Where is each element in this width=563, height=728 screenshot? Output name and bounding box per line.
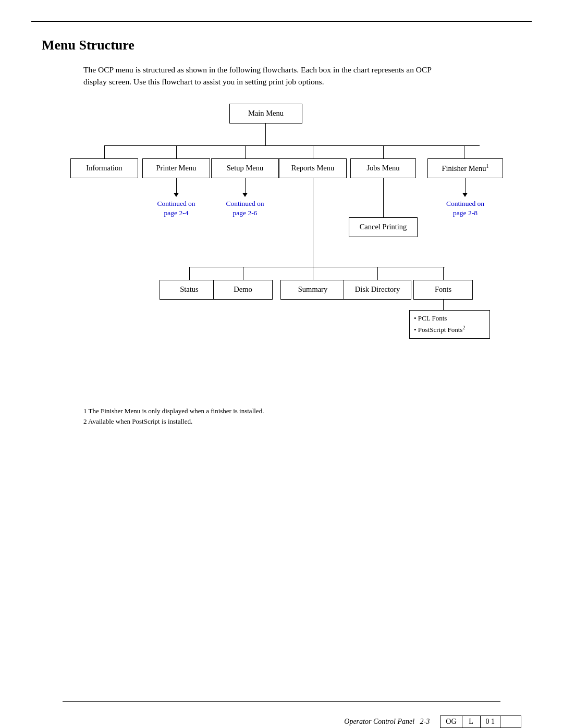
printer-menu-node: Printer Menu (142, 158, 210, 178)
footer: Operator Control Panel 2-3 OG L 0 1 (0, 715, 563, 728)
continued-2-4: Continued onpage 2-4 (142, 199, 210, 219)
setup-menu-node: Setup Menu (211, 158, 279, 178)
fonts-item-pcl: • PCL Fonts (414, 313, 485, 324)
continued-2-6: Continued onpage 2-6 (211, 199, 279, 219)
continued-2-8: Continued onpage 2-8 (427, 199, 503, 219)
jobs-menu-node: Jobs Menu (350, 158, 416, 178)
main-menu-node: Main Menu (229, 104, 302, 124)
flowchart: Main Menu Information Printer Menu (57, 104, 506, 396)
footer-right: Operator Control Panel 2-3 (344, 718, 430, 726)
bottom-rule (63, 701, 500, 702)
intro-text: The OCP menu is structured as shown in t… (83, 64, 448, 88)
footer-col1: OG (440, 716, 462, 728)
reports-menu-node: Reports Menu (279, 158, 347, 178)
cancel-printing-node: Cancel Printing (349, 217, 418, 237)
fonts-list: • PCL Fonts • PostScript Fonts2 (409, 310, 490, 339)
footer-col2: L (462, 716, 480, 728)
disk-directory-node: Disk Directory (344, 280, 411, 300)
footnote-2: 2 Available when PostScript is installed… (83, 416, 521, 427)
demo-node: Demo (213, 280, 273, 300)
page-title: Menu Structure (42, 38, 521, 53)
status-node: Status (160, 280, 219, 300)
footnotes: 1 The Finisher Menu is only displayed wh… (42, 406, 521, 428)
finisher-menu-node: Finisher Menu1 (427, 158, 503, 178)
page: Menu Structure The OCP menu is structure… (0, 21, 563, 728)
footnote-1: 1 The Finisher Menu is only displayed wh… (83, 406, 521, 417)
information-node: Information (70, 158, 138, 178)
fonts-item-ps: • PostScript Fonts2 (414, 324, 485, 336)
footer-col3: 0 1 (480, 716, 500, 728)
footer-table: OG L 0 1 (440, 715, 521, 728)
footer-col4 (500, 716, 521, 728)
fonts-node: Fonts (413, 280, 473, 300)
summary-node: Summary (280, 280, 345, 300)
